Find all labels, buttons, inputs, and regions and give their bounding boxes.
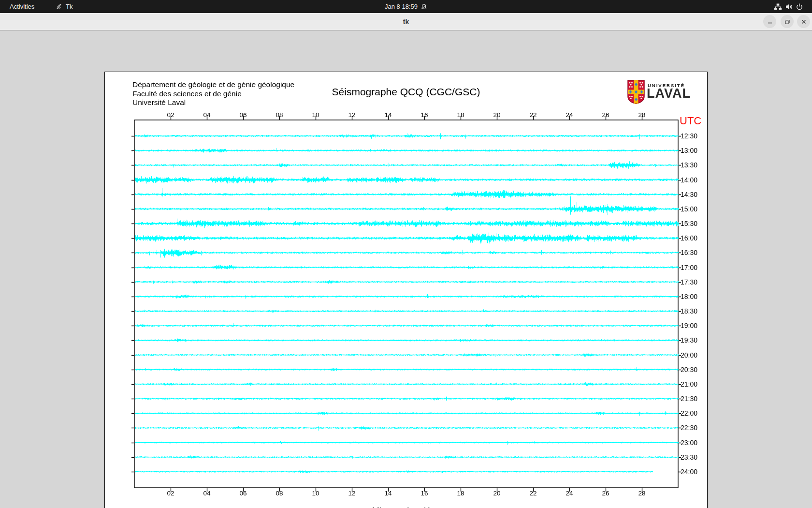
utc-time-label: 17:30 <box>681 278 697 286</box>
utc-time-label: 17:00 <box>681 264 697 271</box>
utc-time-label: 12:30 <box>681 132 697 140</box>
power-icon <box>796 3 803 11</box>
utc-time-label: 21:00 <box>681 380 697 388</box>
utc-time-label: 22:00 <box>681 409 697 417</box>
x-axis-top-tick-label: 18 <box>454 111 467 119</box>
x-axis-top-tick-label: 08 <box>273 111 286 119</box>
seismograph-canvas-area: Département de géologie et de génie géol… <box>104 72 708 508</box>
utc-time-label: 16:00 <box>681 234 697 242</box>
utc-time-label: 19:30 <box>681 336 697 344</box>
utc-time-label: 18:30 <box>681 307 697 315</box>
utc-time-label: 22:30 <box>681 424 697 432</box>
x-axis-bottom-tick-label: 26 <box>599 490 612 497</box>
x-axis-top-tick-label: 04 <box>201 111 213 119</box>
maximize-button[interactable] <box>781 15 794 28</box>
seismogram-plot <box>105 72 708 508</box>
x-axis-top-tick-label: 06 <box>237 111 249 119</box>
x-axis-top-tick-label: 26 <box>599 111 612 119</box>
notifications-muted-icon <box>420 3 427 10</box>
network-wired-icon <box>774 3 782 11</box>
x-axis-top-tick-label: 28 <box>636 111 648 119</box>
utc-time-label: 24:00 <box>681 468 697 476</box>
utc-time-label: 15:30 <box>681 220 697 227</box>
minimize-icon <box>767 18 773 25</box>
utc-time-label: 23:00 <box>681 439 697 447</box>
utc-time-label: 13:00 <box>681 147 697 154</box>
utc-time-label: 14:30 <box>681 191 697 198</box>
utc-time-label: 20:30 <box>681 366 697 374</box>
maximize-icon <box>784 18 791 25</box>
x-axis-bottom-tick-label: 28 <box>636 490 648 497</box>
x-axis-top-tick-label: 22 <box>527 111 539 119</box>
close-button[interactable] <box>797 15 810 28</box>
x-axis-bottom-tick-label: 22 <box>527 490 539 497</box>
minimize-button[interactable] <box>763 15 776 28</box>
close-icon <box>800 18 807 25</box>
x-axis-top-tick-label: 24 <box>563 111 576 119</box>
tk-window-content: Département de géologie et de génie géol… <box>0 31 812 508</box>
window-title: tk <box>0 13 812 30</box>
x-axis-bottom-tick-label: 20 <box>491 490 503 497</box>
logo-laval-text: LAVAL <box>647 86 691 101</box>
window-titlebar[interactable]: tk <box>0 13 812 30</box>
x-axis-bottom-tick-label: 08 <box>273 490 286 497</box>
utc-time-label: 14:00 <box>681 176 697 184</box>
x-axis-top-tick-label: 12 <box>346 111 358 119</box>
x-axis-bottom-tick-label: 06 <box>237 490 249 497</box>
laval-shield-icon <box>627 97 645 105</box>
utc-time-label: 19:00 <box>681 322 697 329</box>
utc-time-label: 21:30 <box>681 395 697 403</box>
x-axis-title: Minutes écoulées <box>105 506 707 508</box>
desktop-screen: Activities Tk Jan 8 18:59 <box>0 0 812 508</box>
utc-label: UTC <box>680 115 701 127</box>
system-status-area[interactable] <box>774 0 803 13</box>
x-axis-bottom-tick-label: 24 <box>563 490 576 497</box>
utc-time-label: 20:00 <box>681 351 697 359</box>
volume-icon <box>785 3 793 11</box>
x-axis-bottom-tick-label: 18 <box>454 490 467 497</box>
x-axis-bottom-tick-label: 12 <box>346 490 358 497</box>
utc-time-label: 15:00 <box>681 205 697 213</box>
x-axis-top-tick-label: 14 <box>382 111 394 119</box>
utc-time-label: 16:30 <box>681 249 697 256</box>
x-axis-top-tick-label: 02 <box>164 111 177 119</box>
utc-time-label: 13:30 <box>681 161 697 169</box>
x-axis-top-tick-label: 16 <box>418 111 431 119</box>
x-axis-bottom-tick-label: 16 <box>418 490 431 497</box>
utc-time-label: 18:00 <box>681 293 697 300</box>
page-title: Séismographe QCQ (CGC/GSC) <box>105 86 707 98</box>
x-axis-bottom-tick-label: 10 <box>309 490 322 497</box>
clock-label: Jan 8 18:59 <box>385 3 418 10</box>
clock-menu[interactable]: Jan 8 18:59 <box>0 0 812 13</box>
utc-time-label: 23:30 <box>681 453 697 461</box>
x-axis-top-tick-label: 10 <box>309 111 322 119</box>
x-axis-top-tick-label: 20 <box>491 111 503 119</box>
x-axis-bottom-tick-label: 04 <box>201 490 213 497</box>
x-axis-bottom-tick-label: 02 <box>164 490 177 497</box>
x-axis-bottom-tick-label: 14 <box>382 490 394 497</box>
gnome-top-bar: Activities Tk Jan 8 18:59 <box>0 0 812 13</box>
header-line-3: Université Laval <box>132 98 294 107</box>
universite-laval-logo: UNIVERSITÉ LAVAL <box>627 80 710 105</box>
